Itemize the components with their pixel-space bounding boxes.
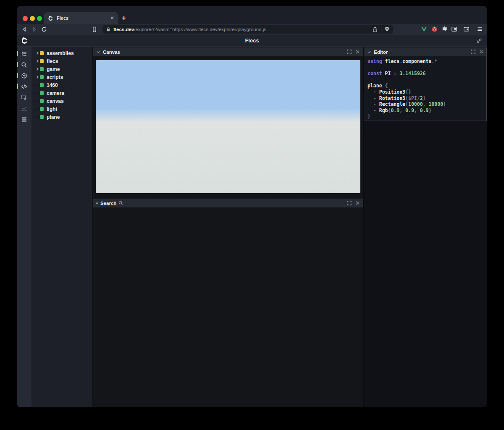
forward-button[interactable] xyxy=(31,26,38,33)
close-window-button[interactable] xyxy=(23,16,28,21)
tree-connector xyxy=(33,105,40,113)
sidebar-inspect-button[interactable] xyxy=(17,92,32,103)
entity-color-swatch xyxy=(40,91,44,95)
tree-item-label: scripts xyxy=(47,74,63,80)
address-bar-divider xyxy=(381,27,381,32)
code-line: - Rectangle{10000, 10000} xyxy=(368,101,487,108)
extensions-puzzle-icon[interactable] xyxy=(441,26,448,33)
bookmark-icon[interactable] xyxy=(91,26,98,33)
app-main: assembliesflecsgamescripts1460cameracanv… xyxy=(17,47,487,407)
vue-devtools-icon[interactable] xyxy=(421,26,428,33)
3d-canvas-viewport[interactable] xyxy=(96,60,360,193)
url-domain: flecs.dev xyxy=(113,27,134,32)
tree-item-canvas[interactable]: canvas xyxy=(32,97,92,105)
sidebar-search-button[interactable] xyxy=(17,59,32,70)
fullscreen-icon[interactable] xyxy=(347,201,352,205)
code-line: } xyxy=(368,113,487,120)
wallet-icon[interactable] xyxy=(463,26,470,33)
code-line xyxy=(368,77,487,83)
code-line: - Rotation3{$PI/2} xyxy=(368,95,487,102)
entity-color-swatch xyxy=(40,83,44,87)
close-panel-icon[interactable] xyxy=(479,50,484,54)
stats-icon xyxy=(21,105,27,112)
editor-panel: Editor using flecs.components.* const PI… xyxy=(363,47,487,407)
tree-item-camera[interactable]: camera xyxy=(32,89,92,97)
tree-item-label: canvas xyxy=(47,98,64,104)
tab-bar: Flecs ✕ + xyxy=(17,6,487,24)
flecs-favicon-icon xyxy=(48,16,53,21)
red-extension-icon[interactable] xyxy=(431,26,438,33)
tree-item-light[interactable]: light xyxy=(32,105,92,113)
fullscreen-icon[interactable] xyxy=(347,50,352,54)
code-line: - Position3{} xyxy=(368,89,487,95)
zoom-window-button[interactable] xyxy=(37,16,42,21)
url-path: /explorer/?wasm=https://www.flecs.dev/ex… xyxy=(134,27,266,32)
address-bar[interactable]: flecs.dev/explorer/?wasm=https://www.fle… xyxy=(102,25,393,34)
tree-item-plane[interactable]: plane xyxy=(32,113,92,121)
close-panel-icon[interactable] xyxy=(355,50,360,54)
page-title: Flecs xyxy=(17,37,487,44)
browser-window: Flecs ✕ + flecs. xyxy=(17,6,487,407)
shield-icon[interactable] xyxy=(384,26,390,32)
share-link-icon[interactable] xyxy=(476,38,482,44)
code-line: using flecs.components.* xyxy=(368,58,487,65)
expand-chevron-icon[interactable] xyxy=(33,49,40,57)
code-editor[interactable]: using flecs.components.* const PI = 3.14… xyxy=(364,56,487,121)
close-panel-icon[interactable] xyxy=(355,201,360,205)
entity-color-swatch xyxy=(40,67,44,71)
sidebar-entity-tree-button[interactable] xyxy=(17,48,32,59)
browser-toolbar: flecs.dev/explorer/?wasm=https://www.fle… xyxy=(17,24,487,35)
tree-item-scripts[interactable]: scripts xyxy=(32,73,92,81)
code-line xyxy=(368,65,487,71)
share-icon[interactable] xyxy=(372,26,378,33)
tree-item-assemblies[interactable]: assemblies xyxy=(32,49,92,57)
fullscreen-icon[interactable] xyxy=(471,50,475,54)
sidebar-cube-button[interactable] xyxy=(17,70,32,81)
tree-item-flecs[interactable]: flecs xyxy=(32,57,92,65)
active-indicator xyxy=(17,62,18,67)
active-indicator xyxy=(17,84,18,89)
expand-chevron-icon[interactable] xyxy=(33,57,40,65)
tree-item-label: light xyxy=(47,106,57,112)
reload-button[interactable] xyxy=(41,26,47,33)
tab-close-icon[interactable]: ✕ xyxy=(110,16,114,21)
chevron-down-icon[interactable] xyxy=(367,50,371,54)
canvas-panel-title: Canvas xyxy=(103,50,120,55)
center-area: Canvas Search xyxy=(93,47,363,407)
back-button[interactable] xyxy=(21,26,28,33)
tree-connector xyxy=(33,113,40,121)
active-indicator xyxy=(17,73,18,78)
tab-title: Flecs xyxy=(57,16,110,21)
code-line: plane { xyxy=(368,83,487,89)
tree-item-label: assemblies xyxy=(47,50,74,56)
inspect-icon xyxy=(21,94,27,101)
search-icon xyxy=(21,62,27,68)
collapsed-dot-icon[interactable] xyxy=(96,202,98,204)
editor-scrollbar[interactable] xyxy=(486,47,487,121)
tree-connector xyxy=(33,97,40,105)
rows-icon xyxy=(21,116,27,123)
expand-chevron-icon[interactable] xyxy=(33,73,40,81)
search-panel-title: Search xyxy=(100,201,116,206)
tree-item-game[interactable]: game xyxy=(32,65,92,73)
sidebar-stats-button[interactable] xyxy=(17,103,32,114)
editor-panel-title: Editor xyxy=(374,50,388,55)
entity-color-swatch xyxy=(40,75,44,79)
lock-icon xyxy=(106,27,111,32)
menu-hamburger-icon[interactable] xyxy=(477,26,483,33)
tree-item-label: game xyxy=(47,66,60,72)
tree-item-label: flecs xyxy=(47,58,58,64)
tree-item-1460[interactable]: 1460 xyxy=(32,81,92,89)
entity-tree-panel: assembliesflecsgamescripts1460cameracanv… xyxy=(32,47,93,407)
sidebar-rows-button[interactable] xyxy=(17,114,32,125)
expand-chevron-icon[interactable] xyxy=(33,65,40,73)
editor-panel-header: Editor xyxy=(364,47,487,56)
sidebar-toggle-icon[interactable] xyxy=(451,26,458,33)
code-line: const PI = 3.1415926 xyxy=(368,71,487,77)
sidebar-code-button[interactable] xyxy=(17,81,32,92)
chevron-down-icon[interactable] xyxy=(96,50,100,54)
new-tab-button[interactable]: + xyxy=(122,14,126,22)
browser-tab[interactable]: Flecs ✕ xyxy=(44,12,118,24)
minimize-window-button[interactable] xyxy=(30,16,35,21)
entity-color-swatch xyxy=(40,51,44,55)
